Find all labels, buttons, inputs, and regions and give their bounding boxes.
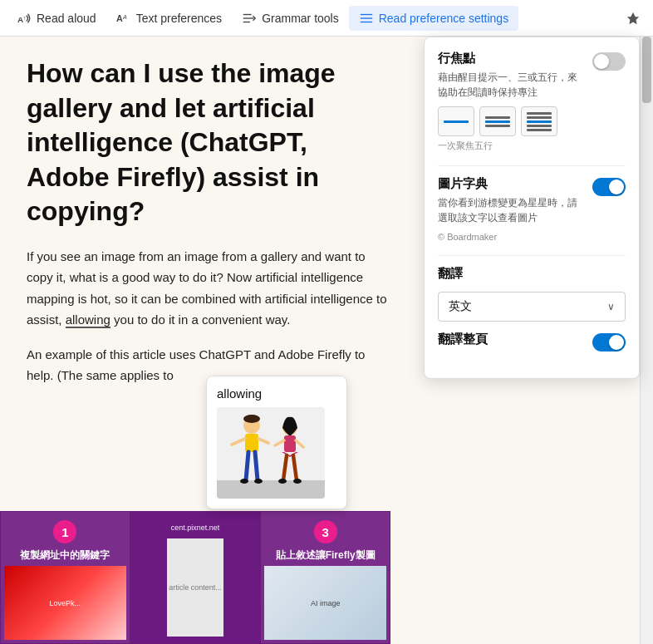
people-illustration-svg xyxy=(217,407,325,499)
focus-line-buttons xyxy=(438,106,626,136)
scrollbar[interactable] xyxy=(640,37,653,644)
tooltip-word: allowing xyxy=(217,386,336,401)
svg-line-24 xyxy=(283,455,287,480)
picture-dict-toggle-row: 圖片字典 當你看到游標變更為星星時，請選取該文字以查看圖片 © Boardmak… xyxy=(438,176,626,242)
picture-dict-section: 圖片字典 當你看到游標變更為星星時，請選取該文字以查看圖片 © Boardmak… xyxy=(438,176,626,242)
article-heading: How can I use the image gallery and let … xyxy=(27,57,392,229)
read-preference-settings-label: Read preference settings xyxy=(379,12,508,25)
focus-section: 行焦點 藉由醒目提示一、三或五行，來協助在閱讀時保持專注 一 xyxy=(438,51,626,152)
word-tooltip: allowing xyxy=(206,376,347,509)
grammar-tools-button[interactable]: Grammar tools xyxy=(232,6,349,31)
chevron-down-icon: ∨ xyxy=(607,301,615,312)
translate-section: 翻譯 英文 ∨ 翻譯整頁 xyxy=(438,266,626,351)
svg-point-12 xyxy=(243,415,260,423)
focus-title: 行焦點 xyxy=(438,51,586,66)
focus-one-line-btn[interactable] xyxy=(438,106,474,136)
text-preferences-button[interactable]: A A Text preferences xyxy=(106,6,233,31)
focus-bar-3a xyxy=(527,112,552,115)
focus-toggle-row: 行焦點 藉由醒目提示一、三或五行，來協助在閱讀時保持專注 xyxy=(438,51,626,106)
text-prefs-icon: A A xyxy=(116,11,131,26)
picture-dict-toggle[interactable] xyxy=(592,178,626,196)
strip-image-2: article content... xyxy=(167,538,223,637)
strip-badge-1: 1 xyxy=(53,520,76,543)
read-aloud-label: Read aloud xyxy=(37,12,96,25)
toolbar: A ↑ Read aloud A A Text preferences Gram… xyxy=(0,0,653,37)
svg-line-23 xyxy=(296,440,303,447)
focus-bar-3c xyxy=(527,120,552,123)
svg-point-27 xyxy=(293,479,302,484)
picture-dict-copyright: © Boardmaker xyxy=(438,232,586,242)
translate-title: 翻譯 xyxy=(438,266,626,282)
translate-page-row: 翻譯整頁 xyxy=(438,332,626,351)
highlighted-word[interactable]: allowing xyxy=(66,312,110,328)
svg-text:A: A xyxy=(116,12,123,22)
picture-dict-title: 圖片字典 xyxy=(438,176,586,192)
svg-text:↑: ↑ xyxy=(23,13,27,21)
strip-label-1: 複製網址中的關鍵字 xyxy=(20,548,110,563)
read-preference-settings-button[interactable]: Read preference settings xyxy=(349,6,518,31)
tooltip-illustration xyxy=(217,407,325,499)
strip-item-2: cent.pixnet.net article content... xyxy=(130,511,261,644)
focus-bar-1 xyxy=(444,120,469,123)
strip-item-1: 1 複製網址中的關鍵字 LovePk... xyxy=(0,511,130,644)
picture-dict-desc: 當你看到游標變更為星星時，請選取該文字以查看圖片 xyxy=(438,195,586,225)
svg-line-14 xyxy=(232,439,245,445)
strip-label-3: 貼上敘述讓Firefly製圖 xyxy=(276,548,376,563)
strip-url: cent.pixnet.net xyxy=(171,524,220,532)
strip-content-2: article content... xyxy=(167,538,223,637)
svg-point-19 xyxy=(254,479,263,484)
divider-2 xyxy=(438,255,626,256)
strip-image-1: LovePk... xyxy=(4,566,126,640)
focus-toggle[interactable] xyxy=(592,52,626,71)
focus-bar-2c xyxy=(485,125,510,127)
focus-bar-2a xyxy=(485,116,510,119)
strip-content-3: AI image xyxy=(264,566,386,640)
grammar-tools-label: Grammar tools xyxy=(262,12,339,25)
svg-line-22 xyxy=(275,440,284,445)
strip-image-3: AI image xyxy=(264,566,386,640)
svg-line-15 xyxy=(258,439,268,443)
svg-rect-10 xyxy=(217,480,325,499)
pin-icon xyxy=(626,11,641,26)
translate-page-toggle[interactable] xyxy=(592,333,626,351)
read-aloud-icon: A ↑ xyxy=(17,11,32,26)
svg-rect-13 xyxy=(245,434,258,452)
svg-text:A: A xyxy=(122,12,127,20)
divider-1 xyxy=(438,165,626,166)
strip-badge-3: 3 xyxy=(314,520,337,543)
svg-line-25 xyxy=(293,455,297,480)
text-preferences-label: Text preferences xyxy=(136,12,223,25)
article-paragraph1: If you see an image from an image from a… xyxy=(27,246,392,331)
svg-point-18 xyxy=(240,479,248,484)
focus-sub: 一次聚焦五行 xyxy=(438,140,626,152)
translate-page-label: 翻譯整頁 xyxy=(438,332,488,347)
svg-point-26 xyxy=(278,479,287,484)
focus-bar-2b xyxy=(485,120,510,123)
svg-line-16 xyxy=(246,452,248,480)
translate-language-text: 英文 xyxy=(449,299,472,314)
read-settings-icon xyxy=(359,11,374,26)
pin-button[interactable] xyxy=(620,5,646,32)
focus-five-lines-btn[interactable] xyxy=(521,106,557,136)
focus-bar-3d xyxy=(527,125,552,127)
grammar-tools-icon xyxy=(242,11,257,26)
scrollbar-thumb[interactable] xyxy=(642,37,651,103)
translate-language-dropdown[interactable]: 英文 ∨ xyxy=(438,292,626,322)
strip-content-1-text: LovePk... xyxy=(50,599,81,607)
focus-desc: 藉由醒目提示一、三或五行，來協助在閱讀時保持專注 xyxy=(438,70,586,100)
image-strip: 1 複製網址中的關鍵字 LovePk... cent.pixnet.net ar… xyxy=(0,511,390,644)
svg-rect-21 xyxy=(284,435,296,452)
focus-bar-3e xyxy=(527,129,552,131)
focus-three-lines-btn[interactable] xyxy=(479,106,516,136)
svg-line-17 xyxy=(255,452,258,480)
settings-panel: 行焦點 藉由醒目提示一、三或五行，來協助在閱讀時保持專注 一 xyxy=(424,37,640,379)
focus-bar-3b xyxy=(527,116,552,119)
read-aloud-button[interactable]: A ↑ Read aloud xyxy=(7,6,106,31)
svg-text:A: A xyxy=(17,14,23,23)
focus-info: 行焦點 藉由醒目提示一、三或五行，來協助在閱讀時保持專注 xyxy=(438,51,586,106)
strip-item-3: 3 貼上敘述讓Firefly製圖 AI image xyxy=(260,511,390,644)
picture-dict-info: 圖片字典 當你看到游標變更為星星時，請選取該文字以查看圖片 © Boardmak… xyxy=(438,176,586,242)
